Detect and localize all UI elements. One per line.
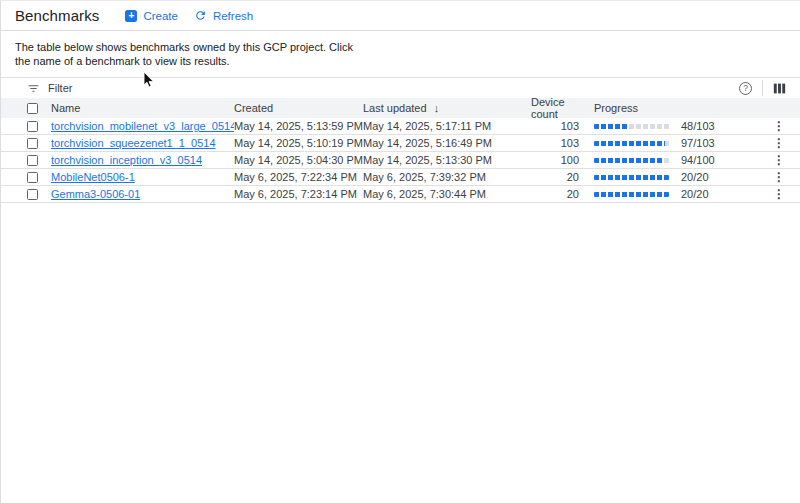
- filter-bar-actions: ?: [739, 80, 786, 96]
- benchmark-name-cell: torchvision_inception_v3_0514: [51, 154, 234, 166]
- header-checkbox-cell: [27, 103, 51, 114]
- refresh-icon: [194, 9, 207, 22]
- created-cell: May 14, 2025, 5:13:59 PM: [234, 120, 363, 132]
- device-count-cell: 100: [531, 154, 579, 166]
- last-updated-cell: May 14, 2025, 5:17:11 PM: [363, 120, 531, 132]
- table-body: torchvision_mobilenet_v3_large_0514 May …: [1, 118, 800, 203]
- benchmark-name-link[interactable]: Gemma3-0506-01: [51, 188, 140, 200]
- last-updated-cell: May 6, 2025, 7:30:44 PM: [363, 188, 531, 200]
- progress-bar: [594, 158, 669, 163]
- benchmark-name-cell: torchvision_mobilenet_v3_large_0514: [51, 120, 234, 132]
- row-checkbox-cell: [27, 189, 51, 200]
- table-row: torchvision_inception_v3_0514 May 14, 20…: [1, 152, 800, 169]
- plus-icon: +: [125, 10, 137, 22]
- column-display-icon[interactable]: [773, 82, 786, 95]
- row-checkbox-cell: [27, 155, 51, 166]
- progress-cell: 20/20: [594, 171, 731, 183]
- refresh-button-label: Refresh: [213, 10, 253, 22]
- progress-cell: 20/20: [594, 188, 731, 200]
- progress-bar: [594, 124, 669, 129]
- row-checkbox-cell: [27, 172, 51, 183]
- row-checkbox[interactable]: [27, 189, 38, 200]
- progress-label: 97/103: [681, 137, 731, 149]
- created-cell: May 6, 2025, 7:22:34 PM: [234, 171, 363, 183]
- vertical-divider: [762, 80, 763, 96]
- last-updated-cell: May 14, 2025, 5:16:49 PM: [363, 137, 531, 149]
- title-bar: Benchmarks + Create Refresh: [1, 1, 800, 31]
- row-checkbox[interactable]: [27, 121, 38, 132]
- benchmark-name-link[interactable]: torchvision_mobilenet_v3_large_0514: [51, 120, 234, 132]
- benchmark-name-link[interactable]: MobileNet0506-1: [51, 171, 135, 183]
- benchmark-name-cell: torchvision_squeezenet1_1_0514: [51, 137, 234, 149]
- page-description: The table below shows benchmarks owned b…: [1, 31, 371, 68]
- progress-label: 20/20: [681, 171, 731, 183]
- column-header-progress[interactable]: Progress: [594, 102, 638, 114]
- last-updated-cell: May 6, 2025, 7:39:32 PM: [363, 171, 531, 183]
- table-row: Gemma3-0506-01 May 6, 2025, 7:23:14 PM M…: [1, 186, 800, 203]
- device-count-cell: 20: [531, 188, 579, 200]
- filter-button[interactable]: Filter: [27, 82, 72, 95]
- benchmark-name-cell: MobileNet0506-1: [51, 171, 234, 183]
- row-checkbox[interactable]: [27, 155, 38, 166]
- row-actions-kebab-icon[interactable]: ⋮: [772, 153, 786, 167]
- last-updated-cell: May 14, 2025, 5:13:30 PM: [363, 154, 531, 166]
- refresh-button[interactable]: Refresh: [194, 9, 253, 22]
- row-actions-kebab-icon[interactable]: ⋮: [772, 187, 786, 201]
- progress-label: 94/100: [681, 154, 731, 166]
- table-row: torchvision_squeezenet1_1_0514 May 14, 2…: [1, 135, 800, 152]
- row-actions-kebab-icon[interactable]: ⋮: [772, 170, 786, 184]
- table-row: MobileNet0506-1 May 6, 2025, 7:22:34 PM …: [1, 169, 800, 186]
- progress-label: 48/103: [681, 120, 731, 132]
- progress-bar: [594, 192, 669, 197]
- row-checkbox[interactable]: [27, 172, 38, 183]
- filter-bar: Filter ?: [1, 77, 800, 98]
- help-icon[interactable]: ?: [739, 82, 752, 95]
- progress-cell: 48/103: [594, 120, 731, 132]
- progress-cell: 97/103: [594, 137, 731, 149]
- table-row: torchvision_mobilenet_v3_large_0514 May …: [1, 118, 800, 135]
- benchmarks-page: Benchmarks + Create Refresh The table be…: [0, 0, 800, 503]
- created-cell: May 14, 2025, 5:10:19 PM: [234, 137, 363, 149]
- row-actions-kebab-icon[interactable]: ⋮: [772, 136, 786, 150]
- progress-bar: [594, 141, 669, 146]
- column-header-name[interactable]: Name: [51, 102, 234, 114]
- filter-label: Filter: [48, 82, 72, 94]
- created-cell: May 6, 2025, 7:23:14 PM: [234, 188, 363, 200]
- page-title: Benchmarks: [15, 7, 99, 24]
- benchmark-name-link[interactable]: torchvision_squeezenet1_1_0514: [51, 137, 216, 149]
- row-checkbox-cell: [27, 121, 51, 132]
- row-actions-kebab-icon[interactable]: ⋮: [772, 119, 786, 133]
- row-checkbox[interactable]: [27, 138, 38, 149]
- column-header-last-updated[interactable]: Last updated ↓: [363, 102, 531, 114]
- device-count-cell: 20: [531, 171, 579, 183]
- device-count-cell: 103: [531, 120, 579, 132]
- row-checkbox-cell: [27, 138, 51, 149]
- progress-cell: 94/100: [594, 154, 731, 166]
- created-cell: May 14, 2025, 5:04:30 PM: [234, 154, 363, 166]
- column-header-last-updated-label: Last updated: [363, 102, 427, 114]
- progress-bar: [594, 175, 669, 180]
- create-button[interactable]: + Create: [125, 10, 178, 22]
- sort-descending-icon: ↓: [434, 102, 440, 114]
- create-button-label: Create: [143, 10, 178, 22]
- select-all-checkbox[interactable]: [27, 103, 38, 114]
- filter-icon: [27, 82, 40, 95]
- column-header-created[interactable]: Created: [234, 102, 363, 114]
- device-count-cell: 103: [531, 137, 579, 149]
- progress-label: 20/20: [681, 188, 731, 200]
- table-header-row: Name Created Last updated ↓ Device count…: [1, 98, 800, 118]
- benchmark-name-link[interactable]: torchvision_inception_v3_0514: [51, 154, 202, 166]
- benchmark-name-cell: Gemma3-0506-01: [51, 188, 234, 200]
- column-header-device-count[interactable]: Device count: [531, 96, 579, 120]
